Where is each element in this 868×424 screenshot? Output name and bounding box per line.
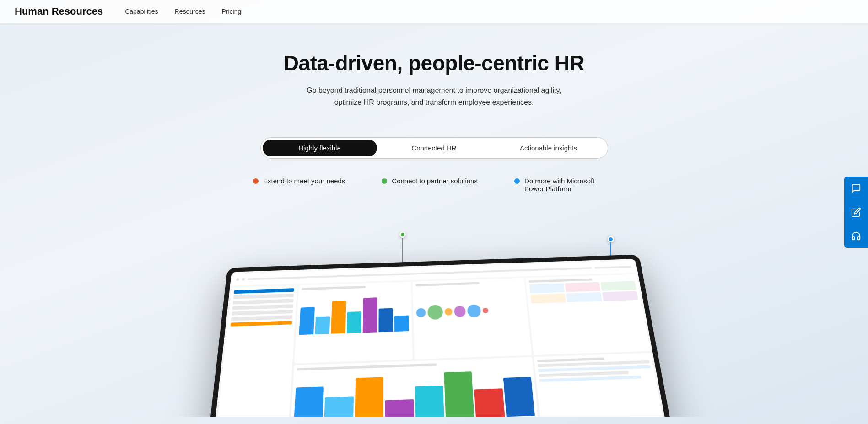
nav-capabilities[interactable]: Capabilities: [125, 8, 158, 15]
bar-6: [378, 308, 393, 332]
sidebar-mock-6: [231, 315, 292, 321]
nav-resources[interactable]: Resources: [175, 8, 205, 15]
mixed-bar-7: [474, 388, 505, 417]
feature-connect: Connect to partner solutions: [382, 177, 478, 193]
sidebar-mock-4: [232, 304, 293, 310]
mixed-bar-8: [503, 377, 535, 417]
tablet-screen: [211, 259, 669, 417]
feature-connect-label: Connect to partner solutions: [392, 177, 478, 185]
sidebar-mock-5: [232, 310, 293, 315]
bullet-dot-red: [253, 178, 259, 184]
bar-7: [394, 316, 409, 332]
sidebar-mock-7: [230, 321, 292, 327]
bar-3: [331, 301, 346, 333]
mixed-bar-6: [443, 371, 474, 417]
bullet-dot-blue: [514, 178, 520, 184]
bullet-dot-green: [382, 178, 387, 184]
tablet-device: [205, 255, 675, 417]
feature-power-platform-label: Do more with Microsoft Power Platform: [524, 177, 615, 193]
card-list: [537, 360, 652, 382]
bar-4: [346, 311, 361, 333]
hero-subtitle: Go beyond traditional personnel manageme…: [302, 85, 567, 108]
pin-green-dot: [399, 231, 406, 238]
bubble-4: [453, 306, 465, 317]
feature-power-platform: Do more with Microsoft Power Platform: [514, 177, 615, 193]
feature-extend: Extend to meet your needs: [253, 177, 345, 193]
side-btn-chat[interactable]: [844, 177, 868, 200]
grid-item-3: [600, 281, 636, 291]
list-row-4: [539, 376, 641, 382]
screen-card-3: [525, 274, 650, 355]
mixed-bar-4: [385, 399, 414, 417]
bubble-1: [416, 308, 426, 317]
screen-card-5: [534, 353, 666, 417]
pin-blue-dot: [608, 236, 614, 242]
mixed-bar-3: [355, 377, 383, 417]
topbar-dot-2: [242, 278, 245, 281]
side-panel: [844, 177, 868, 248]
card-title-5: [537, 358, 604, 362]
feature-extend-label: Extend to meet your needs: [263, 177, 345, 185]
card-title-3: [528, 279, 592, 283]
hero-section: Data-driven, people-centric HR Go beyond…: [0, 23, 868, 117]
tab-actionable-insights[interactable]: Actionable insights: [491, 140, 606, 156]
bar-2: [315, 316, 330, 334]
tabs-pill: Highly flexible Connected HR Actionable …: [260, 137, 608, 159]
bubble-5: [467, 304, 481, 317]
screen-card-2: [412, 278, 531, 359]
navigation: Human Resources Capabilities Resources P…: [0, 0, 868, 23]
grid-item-1: [529, 284, 565, 294]
bubble-2: [427, 305, 443, 320]
grid-item-2: [565, 282, 600, 292]
mixed-chart: [293, 365, 534, 417]
bubble-3: [444, 308, 452, 316]
tab-connected-hr[interactable]: Connected HR: [377, 140, 491, 156]
grid-item-5: [566, 292, 602, 302]
card-bar-chart: [299, 289, 409, 335]
nav-links: Capabilities Resources Pricing: [125, 8, 241, 15]
tab-highly-flexible[interactable]: Highly flexible: [263, 140, 377, 156]
tablet-body: [205, 255, 675, 417]
feature-bullets: Extend to meet your needs Connect to par…: [228, 177, 640, 193]
side-btn-support[interactable]: [844, 224, 868, 248]
hero-title: Data-driven, people-centric HR: [9, 51, 859, 75]
screen-card-4: [289, 357, 541, 417]
screen-card-1: [294, 282, 412, 363]
sidebar-mock-3: [232, 299, 293, 305]
grid-item-6: [602, 291, 638, 301]
card-title-1: [302, 286, 366, 290]
card-title-2: [415, 282, 479, 286]
bubble-6: [482, 308, 488, 313]
mixed-bar-5: [415, 385, 444, 417]
sidebar-mock-1: [234, 288, 294, 294]
tabs-container: Highly flexible Connected HR Actionable …: [260, 137, 608, 159]
device-illustration: [0, 206, 868, 417]
grid-item-4: [530, 294, 566, 304]
topbar-dot-1: [236, 278, 239, 281]
topbar-line-2: [594, 266, 631, 268]
mixed-bar-1: [293, 387, 323, 417]
bar-1: [299, 307, 315, 335]
screen-sidebar: [213, 285, 297, 417]
card-grid: [529, 281, 638, 303]
bar-5: [362, 298, 377, 333]
side-btn-edit[interactable]: [844, 200, 868, 224]
nav-pricing[interactable]: Pricing: [221, 8, 241, 15]
brand-title: Human Resources: [15, 5, 103, 17]
mixed-bar-2: [324, 396, 353, 417]
screen-dashboard: [211, 259, 669, 417]
sidebar-mock-2: [233, 294, 293, 299]
card-bubbles: [415, 285, 527, 338]
